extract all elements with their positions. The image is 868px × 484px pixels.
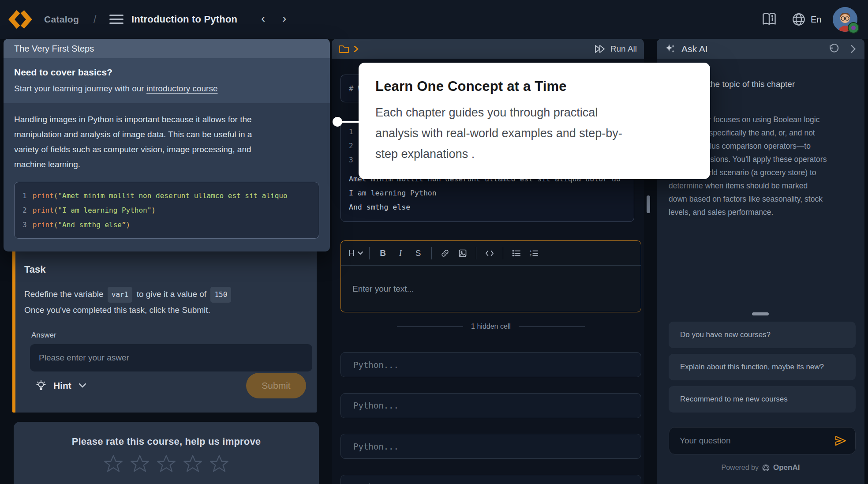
reset-conversation-icon[interactable] [828, 43, 840, 55]
task-title: Task [24, 264, 306, 275]
vertical-scrollbar-thumb[interactable] [647, 195, 650, 213]
rating-title: Please rate this course, help us improve [14, 436, 319, 447]
callout-text: Start your learning journey with our int… [14, 84, 319, 94]
star-icon[interactable] [103, 454, 123, 474]
suggestion-chip[interactable]: Explain about this function, maybe its n… [669, 354, 856, 380]
toolbar-separator [476, 247, 476, 259]
app-root: Catalog / Introduction to Python ‹ › En [0, 0, 868, 484]
callout-text-pre: Start your learning journey with our [14, 84, 146, 93]
language-globe-icon[interactable] [791, 12, 806, 27]
var-chip: var1 [108, 287, 133, 303]
editor-toolbar: H B I S [341, 241, 641, 266]
task-text: Redefine the variable [24, 289, 104, 299]
notebook-toolbar: Run All [332, 39, 644, 59]
suggestions-drag-handle[interactable] [752, 312, 769, 315]
file-expand-chevron-icon[interactable] [353, 45, 359, 53]
rating-stars [14, 454, 319, 474]
svg-text:2: 2 [530, 253, 531, 257]
rich-text-editor[interactable]: H B I S [340, 240, 641, 312]
hidden-cell-label: 1 hidden cell [471, 323, 511, 330]
star-icon[interactable] [156, 454, 176, 474]
popover-title: The Very First Steps [4, 39, 330, 58]
next-chapter-button[interactable]: › [282, 0, 286, 39]
top-navigation-bar: Catalog / Introduction to Python ‹ › En [0, 0, 868, 39]
sparkles-icon [665, 43, 676, 55]
course-title: Introduction to Python [131, 0, 237, 39]
italic-button[interactable]: I [393, 246, 408, 261]
bullet-list-icon[interactable] [509, 246, 524, 261]
submit-button[interactable]: Submit [246, 373, 306, 398]
course-rating-card: Please rate this course, help us improve [14, 422, 319, 484]
lesson-code-block: 1print("Amet minim mollit non deserunt u… [14, 182, 319, 239]
question-input-wrap [669, 427, 856, 454]
toolbar-separator [431, 247, 432, 259]
bold-button[interactable]: B [375, 246, 390, 261]
python-code-cell[interactable]: Python... [340, 352, 641, 377]
file-icon[interactable] [339, 44, 349, 54]
user-avatar[interactable] [833, 7, 857, 32]
python-code-cell[interactable]: Python... [340, 434, 641, 459]
star-icon[interactable] [183, 454, 203, 474]
hint-bulb-icon [35, 379, 47, 392]
star-icon[interactable] [209, 454, 229, 474]
code-icon[interactable] [482, 246, 497, 261]
run-all-label: Run All [610, 44, 637, 54]
answer-label: Answer [31, 331, 306, 340]
ask-ai-title: Ask AI [681, 44, 708, 54]
basics-callout: Need to cover basics? Start your learnin… [4, 58, 330, 103]
tour-tooltip-body: Each chapter guides you through practica… [375, 102, 693, 165]
editor-text-input[interactable]: Enter your text... [341, 266, 641, 312]
introductory-course-link[interactable]: introductory course [146, 84, 218, 93]
callout-heading: Need to cover basics? [14, 67, 319, 78]
avatar-badge [848, 22, 859, 34]
ask-ai-header: Ask AI [657, 39, 864, 59]
lesson-tour-popover: The Very First Steps Need to cover basic… [4, 39, 330, 251]
ordered-list-icon[interactable]: 1 2 [527, 246, 542, 261]
link-icon[interactable] [438, 246, 453, 261]
question-input[interactable] [669, 436, 834, 446]
send-question-icon[interactable] [834, 435, 847, 446]
tour-tooltip: Learn One Concept at a Time Each chapter… [359, 63, 710, 179]
image-icon[interactable] [455, 246, 470, 261]
hint-chevron-down-icon [79, 383, 86, 388]
prev-chapter-button[interactable]: ‹ [261, 0, 265, 39]
tour-connector-line [341, 121, 361, 123]
svg-text:1: 1 [530, 249, 531, 253]
handbook-icon[interactable] [761, 12, 777, 27]
breadcrumb-separator: / [94, 0, 96, 39]
task-text-line2: Once you've completed this task, click t… [24, 305, 210, 315]
brand-logo-icon[interactable] [8, 7, 33, 32]
python-code-cell[interactable]: Python... [340, 393, 641, 418]
run-all-button[interactable]: Run All [594, 44, 637, 54]
openai-logo-icon [762, 464, 770, 472]
tour-tooltip-title: Learn One Concept at a Time [375, 79, 693, 94]
lesson-paragraph: Handling images in Python is important b… [14, 112, 319, 172]
powered-by-label: Powered by [722, 464, 759, 472]
value-chip: 150 [210, 287, 231, 303]
collapse-panel-chevron-icon[interactable] [849, 44, 857, 54]
hidden-cell-divider[interactable]: 1 hidden cell [340, 323, 641, 330]
toolbar-separator [503, 247, 503, 259]
language-label[interactable]: En [811, 0, 821, 39]
tour-connector-dot [333, 117, 342, 127]
suggestion-chip[interactable]: Recommend to me new courses [669, 386, 856, 413]
strikethrough-button[interactable]: S [411, 246, 426, 261]
openai-brand-label: OpenAI [773, 463, 800, 472]
chapters-menu-icon[interactable] [109, 15, 123, 24]
heading-dropdown[interactable]: H [348, 246, 363, 261]
toolbar-separator [369, 247, 370, 259]
popover-body: Handling images in Python is important b… [4, 103, 330, 248]
star-icon[interactable] [130, 454, 150, 474]
task-text: to give it a value of [137, 289, 206, 299]
breadcrumb-catalog[interactable]: Catalog [44, 0, 79, 39]
suggestion-chip[interactable]: Do you have new courses? [669, 322, 856, 348]
hint-label: Hint [53, 380, 71, 391]
powered-by-row: Powered by OpenAI [657, 463, 864, 472]
task-instruction: Redefine the variable var1 to give it a … [24, 287, 306, 318]
python-code-cell[interactable]: Python... [340, 475, 641, 484]
answer-input[interactable] [30, 344, 312, 371]
heading-label: H [348, 248, 355, 258]
task-panel: Task Redefine the variable var1 to give … [12, 238, 317, 413]
